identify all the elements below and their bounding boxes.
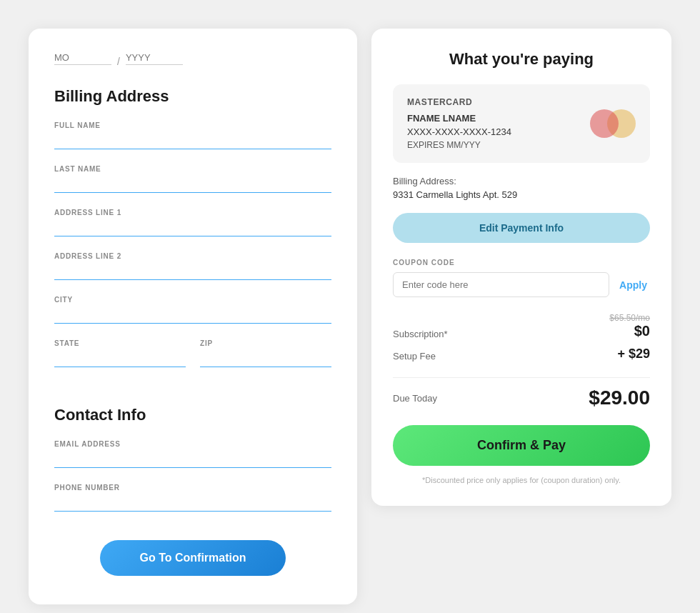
address-line2-label: ADDRESS LINE 2 bbox=[54, 252, 331, 260]
subscription-price: $0 bbox=[634, 323, 650, 339]
apply-button[interactable]: Apply bbox=[616, 279, 650, 291]
pricing-section: Subscription* $65.50/mo $0 Setup Fee + $… bbox=[393, 313, 650, 362]
billing-address-value: 9331 Carmella Lights Apt. 529 bbox=[393, 189, 650, 200]
disclaimer-text: *Discounted price only applies for (coup… bbox=[393, 476, 650, 484]
due-today-row: Due Today $29.00 bbox=[393, 387, 650, 409]
original-price: $65.50/mo bbox=[609, 313, 650, 323]
confirm-pay-button[interactable]: Confirm & Pay bbox=[393, 425, 650, 466]
city-field: CITY bbox=[54, 296, 331, 324]
zip-input[interactable] bbox=[200, 352, 331, 367]
phone-field: PHONE NUMBER bbox=[54, 484, 331, 512]
page-container: / Billing Address FULL NAME LAST NAME AD… bbox=[14, 14, 686, 613]
full-name-label: FULL NAME bbox=[54, 121, 331, 129]
setup-fee-value: + $29 bbox=[617, 347, 650, 362]
phone-input[interactable] bbox=[54, 497, 331, 512]
right-card-title: What you're paying bbox=[393, 50, 650, 69]
subscription-price-col: $65.50/mo $0 bbox=[609, 313, 650, 339]
edit-payment-info-button[interactable]: Edit Payment Info bbox=[393, 213, 650, 243]
state-field: STATE bbox=[54, 339, 186, 367]
state-input[interactable] bbox=[54, 352, 186, 367]
price-divider bbox=[393, 377, 650, 378]
contact-title: Contact Info bbox=[54, 406, 331, 424]
go-to-confirmation-button[interactable]: Go To Confirmation bbox=[100, 540, 286, 576]
card-display: MASTERCARD FNAME LNAME XXXX-XXXX-XXXX-12… bbox=[393, 84, 650, 163]
coupon-input[interactable] bbox=[393, 272, 609, 297]
due-today-amount: $29.00 bbox=[589, 387, 650, 409]
card-expiry: EXPIRES MM/YYY bbox=[407, 140, 636, 150]
setup-fee-label: Setup Fee bbox=[393, 351, 436, 362]
due-today-label: Due Today bbox=[393, 393, 437, 404]
email-input[interactable] bbox=[54, 453, 331, 468]
top-date-row: / bbox=[54, 50, 331, 67]
phone-label: PHONE NUMBER bbox=[54, 484, 331, 492]
slash-divider: / bbox=[117, 56, 120, 67]
address-line1-label: ADDRESS LINE 1 bbox=[54, 209, 331, 216]
coupon-row: Apply bbox=[393, 272, 650, 297]
last-name-label: LAST NAME bbox=[54, 165, 331, 173]
city-label: CITY bbox=[54, 296, 331, 304]
contact-section: Contact Info EMAIL ADDRESS PHONE NUMBER bbox=[54, 406, 331, 512]
full-name-input[interactable] bbox=[54, 134, 331, 149]
coupon-label: COUPON CODE bbox=[393, 259, 650, 266]
zip-field: ZIP bbox=[200, 339, 331, 367]
circle-red bbox=[590, 109, 619, 138]
right-card: What you're paying MASTERCARD FNAME LNAM… bbox=[371, 29, 671, 506]
last-name-input[interactable] bbox=[54, 178, 331, 193]
setup-fee-row: Setup Fee + $29 bbox=[393, 347, 650, 362]
coupon-section: COUPON CODE Apply bbox=[393, 259, 650, 297]
email-field: EMAIL ADDRESS bbox=[54, 440, 331, 468]
city-input[interactable] bbox=[54, 309, 331, 324]
subscription-row: Subscription* $65.50/mo $0 bbox=[393, 313, 650, 339]
year-input[interactable] bbox=[126, 52, 183, 65]
address-line2-input[interactable] bbox=[54, 265, 331, 280]
billing-title: Billing Address bbox=[54, 87, 331, 106]
full-name-field: FULL NAME bbox=[54, 121, 331, 149]
address-line1-input[interactable] bbox=[54, 221, 331, 236]
year-field bbox=[126, 52, 183, 65]
card-type: MASTERCARD bbox=[407, 97, 636, 107]
mo-field bbox=[54, 52, 111, 65]
state-label: STATE bbox=[54, 339, 186, 347]
billing-address-label: Billing Address: bbox=[393, 176, 650, 186]
subscription-label: Subscription* bbox=[393, 329, 448, 339]
address-line2-field: ADDRESS LINE 2 bbox=[54, 252, 331, 280]
email-label: EMAIL ADDRESS bbox=[54, 440, 331, 448]
zip-label: ZIP bbox=[200, 339, 331, 347]
mo-input[interactable] bbox=[54, 52, 111, 65]
left-card: / Billing Address FULL NAME LAST NAME AD… bbox=[29, 29, 357, 604]
state-zip-row: STATE ZIP bbox=[54, 339, 331, 383]
address-line1-field: ADDRESS LINE 1 bbox=[54, 209, 331, 236]
mastercard-logo bbox=[590, 109, 636, 138]
last-name-field: LAST NAME bbox=[54, 165, 331, 193]
